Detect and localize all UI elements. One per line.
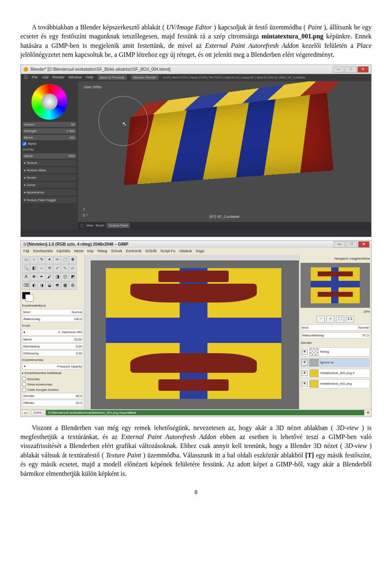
tool-icon[interactable]: ◒ bbox=[45, 282, 53, 290]
close-icon[interactable]: ✕ bbox=[357, 66, 369, 73]
size-field[interactable]: Méret20,00 bbox=[22, 336, 83, 343]
navigation-preview[interactable] bbox=[301, 263, 370, 308]
tool-icon[interactable]: ◑ bbox=[38, 282, 46, 290]
checkbox[interactable] bbox=[22, 377, 26, 381]
checkbox[interactable] bbox=[22, 388, 26, 392]
tool-icon[interactable]: ⊞ bbox=[69, 282, 77, 290]
maximize-icon[interactable]: □ bbox=[346, 241, 357, 248]
tool-icon[interactable]: ✒ bbox=[38, 273, 46, 281]
zoom-in-icon[interactable]: ＋ bbox=[326, 316, 334, 323]
menu-item[interactable]: Script-Fu bbox=[160, 249, 176, 254]
tool-icon[interactable]: ◫ bbox=[61, 273, 69, 281]
radius-field[interactable]: Radius:80 bbox=[22, 122, 76, 127]
maximize-icon[interactable]: □ bbox=[345, 66, 356, 73]
zoom-100-icon[interactable]: 1:1 bbox=[346, 316, 354, 323]
tool-icon[interactable]: ◐ bbox=[30, 282, 38, 290]
tool-icon[interactable]: ▭ bbox=[22, 256, 30, 264]
tool-icon[interactable]: ◧ bbox=[30, 264, 38, 273]
strength-field[interactable]: Strength:1.000 bbox=[22, 128, 76, 134]
menu-item[interactable]: Szerkesztés bbox=[33, 249, 53, 254]
color-wheel[interactable] bbox=[31, 84, 67, 120]
tool-icon[interactable]: ⟲ bbox=[45, 264, 53, 273]
tool-icon[interactable]: ⤢ bbox=[53, 264, 61, 273]
menu-item[interactable]: Szűrők bbox=[145, 249, 157, 254]
tool-icon[interactable]: ✚ bbox=[30, 273, 38, 281]
tool-icon[interactable]: ✦ bbox=[45, 256, 53, 264]
layer-item[interactable]: 👁mintatextura_001.png bbox=[301, 379, 370, 388]
mode-select[interactable]: Mód:Normál bbox=[22, 309, 83, 315]
mode-select[interactable]: Texture Paint bbox=[107, 223, 130, 228]
tool-icon[interactable]: ✂ bbox=[53, 256, 61, 264]
layer-item[interactable]: 👁Ignore uv bbox=[301, 358, 370, 367]
menu-file[interactable]: File bbox=[32, 75, 38, 80]
eye-icon[interactable]: 👁 bbox=[301, 381, 308, 387]
eye-icon[interactable]: 👁 bbox=[301, 370, 308, 376]
panel-texture[interactable]: ▸ Texture bbox=[22, 160, 76, 166]
menu-item[interactable]: Réteg bbox=[98, 249, 107, 254]
menu-window[interactable]: Window bbox=[69, 75, 82, 80]
tool-icon[interactable]: 🔍 bbox=[22, 264, 30, 273]
layer-mode-select[interactable]: Mód:Normál bbox=[301, 325, 370, 331]
minimize-icon[interactable]: — bbox=[333, 66, 344, 73]
info-icon[interactable]: ⓘ bbox=[24, 75, 28, 80]
brush-menu[interactable]: Brush bbox=[96, 223, 104, 228]
tool-icon[interactable]: ◩ bbox=[69, 273, 77, 281]
gimp-canvas-area[interactable] bbox=[85, 255, 299, 409]
brush-select[interactable]: ●2. Hardness 050 bbox=[22, 329, 83, 335]
minimize-icon[interactable]: — bbox=[334, 241, 345, 248]
tool-icon[interactable]: ⬚ bbox=[61, 256, 69, 264]
menu-item[interactable]: Színek bbox=[111, 249, 122, 254]
tool-icon[interactable]: ⤡ bbox=[61, 264, 69, 273]
alpha-field[interactable]: Alpha:33% bbox=[22, 153, 76, 159]
smooth-field[interactable]: Simítás80,0 bbox=[22, 393, 83, 399]
zoom-fit-icon[interactable]: ⛶ bbox=[336, 316, 344, 323]
ratio-field[interactable]: Méretarány0,00 bbox=[22, 343, 83, 350]
tool-icon[interactable]: ○ bbox=[30, 256, 38, 264]
menu-item[interactable]: Ablakok bbox=[179, 249, 192, 254]
blend-select[interactable]: Blend:Mix bbox=[22, 135, 76, 140]
spacing-field[interactable]: Ritkítás10,0 bbox=[22, 400, 83, 406]
layer-item[interactable]: 👁mintatextura_001.png # bbox=[301, 369, 370, 378]
unit-select[interactable]: px bbox=[22, 410, 29, 415]
checkbox[interactable] bbox=[22, 382, 26, 386]
zoom-out-icon[interactable]: － bbox=[316, 316, 325, 323]
view-menu[interactable]: View bbox=[86, 223, 93, 228]
tool-icon[interactable]: ▦ bbox=[61, 282, 69, 290]
tool-icon[interactable]: ▱ bbox=[69, 264, 77, 273]
tool-icon[interactable]: ✥ bbox=[69, 256, 77, 264]
menu-item[interactable]: Súgó bbox=[196, 249, 204, 254]
tool-icon[interactable]: ⌫ bbox=[22, 282, 30, 290]
blender-3d-view[interactable]: User Ortho ↖ zy x (67) SF_Container ⬚ Vi… bbox=[78, 81, 371, 229]
menu-item[interactable]: Kijelölés bbox=[57, 249, 71, 254]
menu-item[interactable]: Nézet bbox=[74, 249, 84, 254]
layer-item[interactable]: 👁Réteg bbox=[301, 347, 370, 356]
panel-curve[interactable]: ▸ Curve bbox=[22, 182, 76, 188]
panel-texmask[interactable]: ▸ Texture Mask bbox=[22, 167, 76, 173]
editor-icon[interactable]: ⬚ bbox=[80, 223, 84, 228]
layer-opacity-slider[interactable]: Átlátszatlanság57,3 bbox=[301, 332, 370, 338]
alpha-checkbox[interactable] bbox=[22, 142, 27, 146]
panel-stroke[interactable]: ▸ Stroke bbox=[22, 175, 76, 181]
tool-icon[interactable]: ◨ bbox=[53, 273, 61, 281]
tool-icon[interactable]: A bbox=[22, 273, 30, 281]
opacity-slider[interactable]: Átlátszóság100,0 bbox=[22, 316, 83, 322]
eye-icon[interactable]: 👁 bbox=[301, 349, 308, 355]
menu-item[interactable]: Kép bbox=[87, 249, 94, 254]
menu-item[interactable]: Fájl bbox=[23, 249, 29, 254]
zoom-select[interactable]: 214% bbox=[31, 410, 43, 415]
tool-icon[interactable]: ↔ bbox=[38, 264, 46, 273]
nav-tab[interactable]: Navigáció megjelenítése bbox=[301, 256, 370, 261]
tool-icon[interactable]: ◓ bbox=[53, 282, 61, 290]
close-icon[interactable]: ✕ bbox=[358, 241, 370, 248]
angle-field[interactable]: Dőlésszög0,00 bbox=[22, 350, 83, 356]
cancel-icon[interactable]: ✖ bbox=[367, 410, 370, 415]
panel-toggle[interactable]: ▾ Texture Paint Toggle bbox=[22, 197, 76, 203]
panel-appearance[interactable]: ▸ Appearance bbox=[22, 189, 76, 195]
back-button[interactable]: Back to Previous bbox=[98, 75, 127, 80]
engine-select[interactable]: Blender Render bbox=[131, 75, 159, 80]
tool-icon[interactable]: ✎ bbox=[38, 256, 46, 264]
menu-item[interactable]: Eszközök bbox=[126, 249, 142, 254]
gimp-canvas[interactable] bbox=[106, 268, 281, 399]
menu-render[interactable]: Render bbox=[53, 75, 65, 80]
tool-icon[interactable]: 🖌 bbox=[45, 273, 53, 281]
